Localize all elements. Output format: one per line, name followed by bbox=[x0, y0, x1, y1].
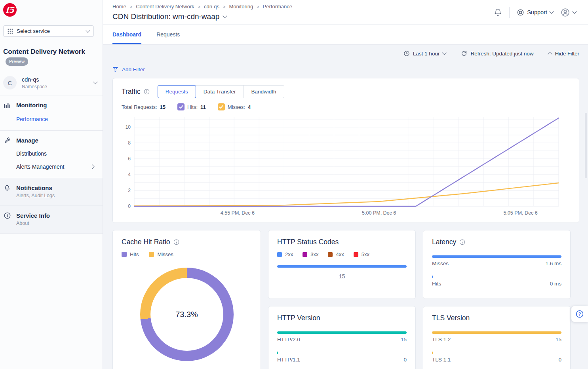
check-icon bbox=[219, 105, 223, 109]
breadcrumb-home[interactable]: Home bbox=[112, 4, 126, 10]
cache-hit-ratio-card: Cache Hit Ratio Hits bbox=[112, 230, 261, 369]
traffic-tab-requests[interactable]: Requests bbox=[158, 85, 196, 98]
breadcrumb-separator: > bbox=[198, 4, 200, 9]
breadcrumb-cdn[interactable]: Content Delivery Network bbox=[136, 4, 194, 10]
refresh-button[interactable]: Refresh: Updated just now bbox=[461, 50, 533, 57]
traffic-stats: Total Requests: 15 Hits: 11 bbox=[122, 103, 570, 110]
breadcrumb-namespace[interactable]: cdn-qs bbox=[204, 4, 219, 10]
tls12-bar[interactable] bbox=[432, 331, 561, 334]
2xx-label: 2xx bbox=[285, 251, 293, 257]
http11-value: 0 bbox=[403, 357, 407, 363]
svg-text:5:00 PM, Dec 6: 5:00 PM, Dec 6 bbox=[362, 210, 396, 216]
http-version-card: HTTP Version HTTP/2.0 15 bbox=[268, 306, 416, 369]
http2-value: 15 bbox=[401, 337, 407, 342]
service-info-title: Service Info bbox=[16, 212, 50, 219]
svg-text:6: 6 bbox=[128, 156, 131, 162]
misses-swatch bbox=[149, 252, 154, 257]
add-filter-label: Add Filter bbox=[122, 67, 145, 72]
breadcrumb-performance[interactable]: Performance bbox=[263, 4, 292, 10]
sidebar-section-notifications[interactable]: Notifications Alerts, Audit Logs bbox=[0, 178, 103, 205]
total-requests-stat: Total Requests: 15 bbox=[122, 104, 166, 110]
http11-bar[interactable] bbox=[277, 352, 278, 354]
monitoring-header[interactable]: Monitoring bbox=[3, 102, 95, 108]
monitoring-title: Monitoring bbox=[16, 102, 47, 108]
select-service-dropdown[interactable]: Select service bbox=[3, 25, 94, 37]
add-filter-button[interactable]: Add Filter bbox=[112, 67, 145, 72]
cache-hit-ratio-donut[interactable]: 73.3% bbox=[140, 268, 234, 361]
tab-bar: Dashboard Requests bbox=[103, 25, 588, 45]
manage-title: Manage bbox=[16, 137, 38, 144]
sidebar-section-manage: Manage Distributions Alerts Management bbox=[0, 130, 103, 178]
tab-dashboard[interactable]: Dashboard bbox=[112, 25, 141, 44]
user-menu[interactable] bbox=[560, 8, 576, 17]
latency-title: Latency bbox=[432, 238, 456, 246]
info-icon bbox=[3, 212, 11, 219]
5xx-swatch bbox=[354, 252, 358, 257]
preview-badge: Preview bbox=[6, 57, 28, 66]
svg-text:4:55 PM, Dec 6: 4:55 PM, Dec 6 bbox=[221, 210, 255, 216]
cache-legend: Hits Misses bbox=[122, 251, 252, 257]
chevron-down-icon bbox=[549, 9, 554, 13]
misses-value: 4 bbox=[248, 104, 251, 110]
http11-label: HTTP/1.1 bbox=[277, 357, 300, 363]
tls11-bar[interactable] bbox=[432, 352, 433, 354]
misses-stat: Misses: 4 bbox=[218, 103, 251, 110]
http-status-codes-card: HTTP Status Codes 2xx 3xx bbox=[268, 230, 416, 299]
latency-hits-label: Hits bbox=[432, 281, 441, 287]
help-button[interactable]: ? bbox=[571, 306, 588, 322]
bell-icon bbox=[3, 184, 11, 191]
svg-text:?: ? bbox=[578, 312, 581, 316]
sidebar-item-performance[interactable]: Performance bbox=[16, 116, 95, 122]
time-range-dropdown[interactable]: Last 1 hour bbox=[403, 50, 446, 57]
scrollbar-thumb[interactable] bbox=[585, 113, 587, 178]
misses-legend-label: Misses bbox=[157, 251, 173, 257]
latency-hits-bar[interactable] bbox=[432, 276, 433, 278]
http2-bar-row: HTTP/2.0 15 bbox=[277, 331, 407, 342]
svg-text:2: 2 bbox=[128, 188, 131, 193]
tls11-value: 0 bbox=[558, 357, 561, 363]
chevron-down-icon bbox=[93, 80, 97, 84]
cache-hit-ratio-value: 73.3% bbox=[175, 310, 198, 319]
4xx-swatch bbox=[328, 252, 333, 257]
svg-text:8: 8 bbox=[128, 140, 131, 146]
distributions-label: Distributions bbox=[16, 150, 47, 157]
sidebar-item-alerts-management[interactable]: Alerts Management bbox=[16, 164, 95, 170]
traffic-card: Traffic Requests Data Transfer Bandwidth bbox=[112, 78, 579, 223]
latency-misses-bar[interactable] bbox=[432, 255, 561, 258]
misses-label: Misses: bbox=[228, 104, 245, 110]
status-2xx-bar[interactable] bbox=[277, 265, 407, 268]
breadcrumb-separator: > bbox=[257, 4, 259, 9]
misses-checkbox[interactable] bbox=[218, 103, 225, 110]
logo-row: f5 bbox=[0, 0, 103, 17]
traffic-tab-data-transfer[interactable]: Data Transfer bbox=[196, 85, 244, 98]
traffic-tab-bandwidth[interactable]: Bandwidth bbox=[244, 85, 284, 98]
status-2xx-value: 15 bbox=[277, 273, 407, 280]
http2-bar[interactable] bbox=[277, 331, 407, 334]
3xx-swatch bbox=[303, 252, 307, 257]
info-icon[interactable] bbox=[459, 239, 465, 245]
svg-text:4: 4 bbox=[128, 172, 131, 177]
time-range-label: Last 1 hour bbox=[413, 51, 440, 57]
breadcrumb: Home > Content Delivery Network > cdn-qs… bbox=[112, 4, 292, 10]
status-2xx-bar-row: 15 bbox=[277, 265, 407, 280]
hide-filter-button[interactable]: Hide Filter bbox=[548, 51, 579, 57]
alerts-management-label: Alerts Management bbox=[16, 164, 64, 170]
chevron-down-icon[interactable] bbox=[223, 13, 227, 18]
sidebar-section-service-info[interactable]: Service Info About bbox=[0, 205, 103, 233]
sidebar-item-distributions[interactable]: Distributions bbox=[16, 150, 95, 157]
hits-checkbox[interactable] bbox=[177, 103, 185, 110]
breadcrumb-monitoring[interactable]: Monitoring bbox=[229, 4, 253, 10]
chevron-right-icon bbox=[90, 165, 94, 169]
traffic-line-chart[interactable]: 02468104:55 PM, Dec 65:00 PM, Dec 65:05 … bbox=[122, 114, 570, 219]
namespace-selector[interactable]: C cdn-qs Namespace bbox=[0, 72, 103, 95]
info-icon[interactable] bbox=[173, 239, 179, 245]
svg-text:10: 10 bbox=[126, 124, 131, 130]
manage-header[interactable]: Manage bbox=[3, 137, 95, 144]
traffic-view-switcher: Requests Data Transfer Bandwidth bbox=[158, 85, 284, 98]
info-icon[interactable] bbox=[144, 89, 150, 95]
f5-logo-icon[interactable]: f5 bbox=[3, 3, 17, 17]
tab-requests[interactable]: Requests bbox=[156, 25, 180, 44]
notifications-bell-button[interactable] bbox=[494, 8, 502, 17]
top-right-actions: Support bbox=[494, 4, 579, 21]
support-menu[interactable]: Support bbox=[517, 9, 553, 16]
